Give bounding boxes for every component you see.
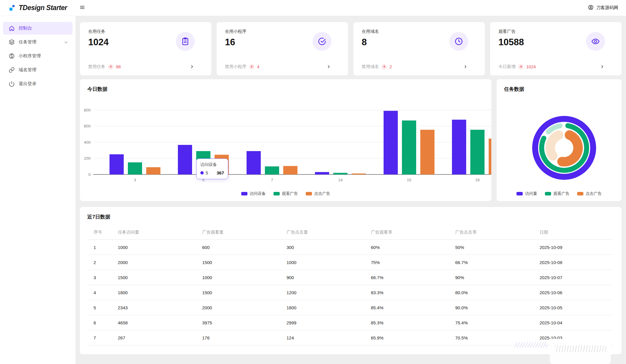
legend-item[interactable]: 点击广告 [577, 191, 602, 196]
table-row: 220001500100075%66.7%2025-10-08 [88, 255, 613, 270]
logo[interactable]: TDesign Starter [9, 4, 75, 12]
menu-toggle-button[interactable] [78, 4, 86, 12]
table-cell: 1 [88, 240, 118, 255]
table-cell: 66.7% [455, 255, 540, 270]
power-icon [9, 81, 15, 87]
user-name: 刀客源码网 [596, 5, 618, 11]
chevron-right-icon[interactable] [326, 64, 331, 69]
stat-sub-row: 禁用域名2 [362, 64, 478, 69]
table-cell: 1500 [118, 270, 202, 285]
table-cell: 1500 [202, 285, 287, 300]
user-icon [588, 4, 594, 11]
table-cell: 4658 [118, 315, 202, 330]
table-cell: 5 [88, 300, 118, 315]
svg-text:16: 16 [475, 178, 479, 182]
trend-up-icon [382, 64, 387, 69]
svg-text:0: 0 [88, 172, 91, 177]
sidebar: 控制台任务管理小程序管理域名管理退出登录 [0, 16, 75, 364]
table-cell: 600 [202, 240, 287, 255]
table-cell: 176 [202, 330, 287, 345]
sidebar-item-miniprogram-management[interactable]: 小程序管理 [3, 50, 73, 62]
legend-swatch-icon [241, 192, 247, 195]
column-header: 广告点击量 [287, 225, 371, 240]
chevron-right-icon[interactable] [600, 64, 604, 69]
today-data-card: 今日数据 0200400600800357141516 访问设备 5 367 访… [80, 79, 491, 201]
logo-icon [9, 4, 15, 12]
table-cell: 1200 [287, 285, 371, 300]
table-cell: 2 [88, 255, 118, 270]
trend-up-icon [108, 64, 113, 69]
svg-text:15: 15 [407, 178, 411, 182]
dashboard-page: TDesign Starter 刀客源码网 控制台任务管理小程序管理域名管理退出… [0, 0, 626, 364]
stat-card-active-domains[interactable]: 在用域名8禁用域名2 [353, 22, 485, 75]
column-header: 广告观看率 [371, 225, 455, 240]
clipboard-icon [176, 32, 195, 51]
table-cell: 3975 [202, 315, 287, 330]
watermark-scribble [514, 342, 548, 348]
sidebar-nav: 控制台任务管理小程序管理域名管理退出登录 [0, 16, 75, 90]
table-cell: 2999 [287, 315, 371, 330]
table-cell: 90.0% [455, 300, 540, 315]
sidebar-item-logout[interactable]: 退出登录 [3, 77, 73, 90]
svg-text:7: 7 [271, 178, 273, 182]
sidebar-item-label: 任务管理 [19, 39, 36, 45]
column-header: 日期 [540, 225, 613, 240]
legend-swatch-icon [516, 192, 523, 195]
stat-sub-value: 88 [116, 64, 121, 69]
sidebar-item-console[interactable]: 控制台 [3, 22, 73, 35]
link-icon [9, 67, 15, 73]
stat-card-row: 在用任务1024禁用任务88在用小程序16禁用小程序4在用域名8禁用域名2观看广… [80, 22, 622, 75]
sidebar-item-domain-management[interactable]: 域名管理 [3, 64, 73, 76]
miniprogram-icon [9, 53, 15, 59]
bar-chart-canvas[interactable]: 0200400600800357141516 [80, 79, 491, 201]
trend-up-icon [249, 64, 255, 69]
user-account[interactable]: 刀客源码网 [588, 4, 618, 11]
trend-up-icon [518, 64, 524, 69]
legend-item[interactable]: 访问量 [516, 191, 537, 196]
legend-item[interactable]: 观看广告 [273, 191, 298, 196]
stat-sub-label: 禁用任务 [88, 64, 105, 69]
logo-text: TDesign Starter [19, 4, 67, 12]
table-cell: 75% [371, 255, 455, 270]
main-content: 在用任务1024禁用任务88在用小程序16禁用小程序4在用域名8禁用域名2观看广… [75, 16, 626, 364]
svg-text:600: 600 [84, 124, 91, 128]
table-cell: 2025-10-08 [540, 255, 613, 270]
column-header: 任务访问量 [118, 225, 202, 240]
legend-swatch-icon [577, 192, 583, 195]
sidebar-item-task-management[interactable]: 任务管理 [3, 36, 73, 48]
weekly-data-table: 序号任务访问量广告观看量广告点击量广告观看率广告点击率日期11000600300… [88, 225, 613, 345]
chevron-right-icon[interactable] [190, 64, 194, 69]
donut-chart-legend: 访问量观看广告点击广告 [497, 191, 622, 196]
table-cell: 4 [88, 285, 118, 300]
table-cell: 1000 [118, 240, 202, 255]
eye-icon [586, 32, 605, 51]
stat-card-ad-views[interactable]: 观看广告10588今日新增1024 [490, 22, 622, 75]
stat-card-active-tasks[interactable]: 在用任务1024禁用任务88 [80, 22, 211, 75]
svg-text:200: 200 [84, 156, 91, 161]
legend-label: 点击广告 [586, 191, 602, 196]
chevron-right-icon[interactable] [463, 64, 468, 69]
legend-swatch-icon [545, 192, 551, 195]
app-header: TDesign Starter 刀客源码网 [0, 0, 626, 16]
svg-text:400: 400 [84, 140, 91, 145]
legend-swatch-icon [273, 192, 280, 195]
sidebar-item-label: 小程序管理 [19, 53, 41, 59]
chevron-down-icon [64, 40, 68, 45]
donut-chart-canvas[interactable] [529, 112, 600, 183]
table-cell: 2025-10-07 [540, 270, 613, 285]
svg-text:800: 800 [84, 108, 91, 112]
legend-item[interactable]: 访问设备 [241, 191, 266, 196]
table-cell: 124 [287, 330, 371, 345]
table-cell: 300 [287, 240, 371, 255]
table-cell: 2025-10-06 [540, 285, 613, 300]
bar-chart-legend: 访问设备观看广告点击广告 [80, 191, 491, 196]
table-cell: 2025-10-09 [540, 240, 613, 255]
table-cell: 1000 [202, 270, 287, 285]
stat-card-active-miniprograms[interactable]: 在用小程序16禁用小程序4 [217, 22, 348, 75]
column-header: 广告点击率 [455, 225, 540, 240]
table-cell: 83.3% [371, 285, 455, 300]
legend-item[interactable]: 点击广告 [306, 191, 330, 196]
legend-item[interactable]: 观看广告 [545, 191, 569, 196]
table-cell: 2343 [118, 300, 202, 315]
legend-label: 观看广告 [282, 191, 298, 196]
